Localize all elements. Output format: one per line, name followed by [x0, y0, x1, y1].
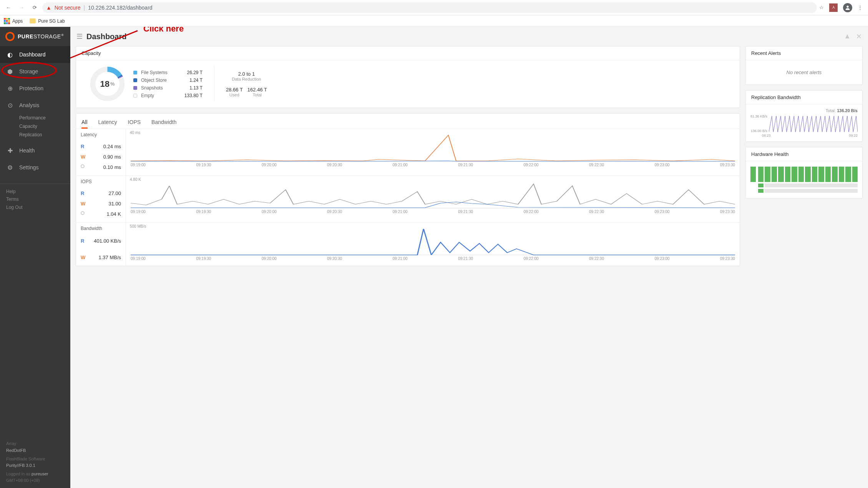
- browser-toolbar: ← → ⟳ ▲ Not secure | 10.226.224.182/dash…: [0, 0, 868, 15]
- storage-icon: ⬢: [6, 68, 14, 75]
- star-icon[interactable]: ☆: [819, 5, 824, 10]
- help-link[interactable]: Help: [6, 188, 64, 195]
- tab-iops[interactable]: IOPS: [128, 117, 141, 129]
- sidebar-item-dashboard[interactable]: ◐ Dashboard: [0, 46, 70, 63]
- hw-title: Hardware Health: [746, 147, 862, 161]
- alerts-empty: No recent alerts: [746, 60, 862, 84]
- bookmarks-bar: Apps Pure SG Lab: [0, 15, 868, 27]
- apps-icon: [4, 18, 10, 24]
- capacity-legend: File Systems26.29 T Object Store1.24 T S…: [133, 70, 202, 98]
- main-content: ☰ Dashboard ▲ ✕ Click here Capacity: [70, 27, 868, 488]
- capacity-donut: 18%: [89, 66, 126, 102]
- recent-alerts-panel: Recent Alerts No recent alerts: [745, 46, 863, 85]
- folder-icon: [30, 18, 36, 23]
- alert-bell-icon[interactable]: ▲: [844, 32, 851, 41]
- protection-icon: ⊕: [6, 84, 14, 92]
- sidebar-sub-capacity[interactable]: Capacity: [0, 122, 70, 131]
- replication-sparkline: [769, 114, 858, 133]
- sidebar: PURESTORAGE® ◐ Dashboard ⬢ Storage ⊕ Pro…: [0, 27, 70, 488]
- tab-all[interactable]: All: [81, 117, 88, 129]
- page-title: Dashboard: [86, 32, 126, 41]
- alerts-title: Recent Alerts: [746, 46, 862, 60]
- sidebar-item-settings[interactable]: ⚙ Settings: [0, 159, 70, 176]
- performance-panel: All Latency IOPS Bandwidth Latency R0.24…: [76, 113, 740, 266]
- logout-link[interactable]: Log Out: [6, 203, 64, 211]
- sidebar-links: Help Terms Log Out: [0, 184, 70, 215]
- performance-tabs: All Latency IOPS Bandwidth: [76, 114, 740, 129]
- profile-avatar-icon[interactable]: [843, 3, 852, 12]
- bookmark-folder[interactable]: Pure SG Lab: [30, 18, 65, 24]
- menu-dots-icon[interactable]: ⋮: [858, 5, 863, 10]
- sidebar-sub-replication[interactable]: Replication: [0, 131, 70, 139]
- iops-chart: IOPS R27.00 W31.00 1.04 K 4.80 K: [76, 176, 740, 223]
- replication-bandwidth-panel: Replication Bandwidth Total: 136.20 B/s …: [745, 90, 863, 142]
- back-button[interactable]: ←: [3, 2, 14, 13]
- sidebar-item-storage[interactable]: ⬢ Storage: [0, 63, 70, 80]
- brand-logo: PURESTORAGE®: [0, 27, 70, 46]
- svg-point-0: [846, 5, 848, 7]
- url-text: 10.226.224.182/dashboard: [88, 5, 152, 11]
- sidebar-item-protection[interactable]: ⊕ Protection: [0, 80, 70, 97]
- tab-bandwidth[interactable]: Bandwidth: [151, 117, 176, 129]
- sidebar-footer: Array RedDotFB FlashBlade Software Purit…: [0, 437, 70, 488]
- close-icon[interactable]: ✕: [856, 32, 862, 41]
- sidebar-sub-performance[interactable]: Performance: [0, 114, 70, 122]
- hardware-health-panel: Hardware Health: [745, 147, 863, 199]
- analysis-icon: ⊙: [6, 101, 14, 109]
- health-icon: ✚: [6, 147, 14, 154]
- sidebar-item-health[interactable]: ✚ Health: [0, 142, 70, 159]
- reload-button[interactable]: ⟳: [29, 2, 40, 13]
- hamburger-icon[interactable]: ☰: [76, 32, 83, 41]
- page-header: ☰ Dashboard ▲ ✕: [70, 27, 868, 46]
- capacity-stats: 2.0 to 1 Data Reduction 28.66 TUsed 162.…: [226, 71, 267, 97]
- dashboard-icon: ◐: [6, 51, 14, 58]
- terms-link[interactable]: Terms: [6, 195, 64, 203]
- pdf-extension-icon[interactable]: 人: [829, 3, 838, 12]
- capacity-title: Capacity: [76, 46, 740, 60]
- warning-icon: ▲: [46, 5, 51, 11]
- latency-chart: Latency R0.24 ms W0.90 ms 0.10 ms 40 ms: [76, 129, 740, 176]
- not-secure-label: Not secure: [55, 5, 81, 11]
- sidebar-item-analysis[interactable]: ⊙ Analysis: [0, 97, 70, 114]
- forward-button[interactable]: →: [16, 2, 27, 13]
- logo-icon: [5, 32, 15, 41]
- apps-shortcut[interactable]: Apps: [4, 18, 23, 24]
- repl-title: Replication Bandwidth: [746, 91, 862, 104]
- hardware-health-grid[interactable]: [746, 161, 862, 198]
- capacity-panel: Capacity 18% File System: [76, 46, 740, 108]
- settings-icon: ⚙: [6, 164, 14, 171]
- bandwidth-chart: Bandwidth R401.00 KB/s W1.37 MB/s 500 MB…: [76, 223, 740, 266]
- address-bar[interactable]: ▲ Not secure | 10.226.224.182/dashboard: [42, 2, 817, 13]
- tab-latency[interactable]: Latency: [98, 117, 117, 129]
